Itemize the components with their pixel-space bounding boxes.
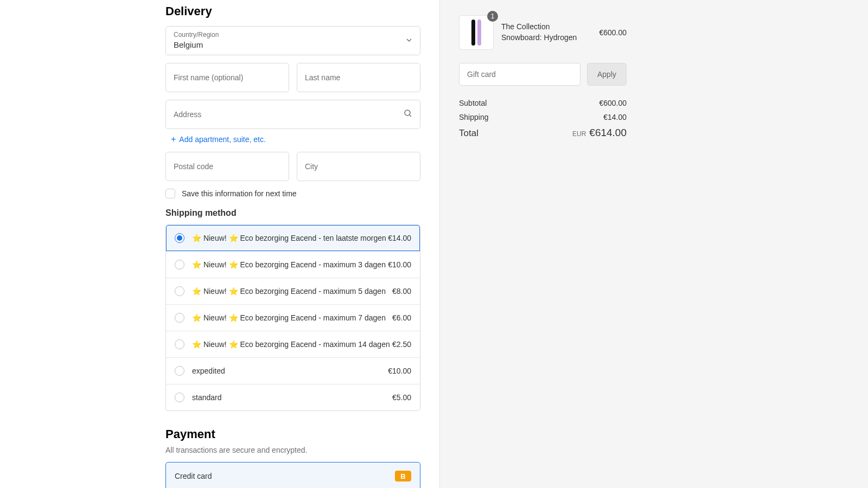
- add-apartment-link[interactable]: + Add apartment, suite, etc.: [171, 134, 420, 144]
- shipping-option[interactable]: ⭐ Nieuw! ⭐ Eco bezorging Eacend - maximu…: [166, 331, 420, 358]
- subtotal-row: Subtotal €600.00: [459, 99, 627, 107]
- address-label: Address: [174, 110, 412, 119]
- shipping-option-price: €10.00: [388, 367, 411, 375]
- radio-icon: [175, 339, 184, 349]
- shipping-option-label: ⭐ Nieuw! ⭐ Eco bezorging Eacend - maximu…: [192, 313, 392, 322]
- shipping-summary-label: Shipping: [459, 113, 489, 121]
- shipping-option-label: ⭐ Nieuw! ⭐ Eco bezorging Eacend - maximu…: [192, 340, 392, 349]
- last-name-label: Last name: [305, 73, 412, 82]
- shipping-option[interactable]: standard €5.00: [166, 384, 420, 410]
- shipping-option[interactable]: expedited €10.00: [166, 358, 420, 384]
- shipping-option-price: €8.00: [392, 287, 411, 296]
- gift-card-input[interactable]: Gift card: [459, 63, 580, 86]
- apply-button[interactable]: Apply: [587, 63, 627, 86]
- shipping-summary-value: €14.00: [603, 113, 627, 121]
- payment-credit-card[interactable]: Credit card B: [165, 462, 420, 488]
- product-thumbnail: [459, 15, 494, 50]
- payment-title: Payment: [165, 427, 420, 441]
- plus-icon: +: [171, 134, 176, 144]
- shipping-option[interactable]: ⭐ Nieuw! ⭐ Eco bezorging Eacend - maximu…: [166, 278, 420, 305]
- shipping-option[interactable]: ⭐ Nieuw! ⭐ Eco bezorging Eacend - ten la…: [166, 225, 420, 252]
- radio-icon: [175, 286, 184, 296]
- quantity-badge: 1: [487, 11, 498, 22]
- shipping-option[interactable]: ⭐ Nieuw! ⭐ Eco bezorging Eacend - maximu…: [166, 305, 420, 331]
- payment-note: All transactions are secure and encrypte…: [165, 446, 420, 454]
- delivery-title: Delivery: [165, 4, 420, 18]
- first-name-field[interactable]: First name (optional): [165, 63, 289, 92]
- shipping-option-label: standard: [192, 393, 392, 402]
- shipping-option-label: ⭐ Nieuw! ⭐ Eco bezorging Eacend - maximu…: [192, 287, 392, 296]
- shipping-option-label: ⭐ Nieuw! ⭐ Eco bezorging Eacend - ten la…: [192, 234, 388, 242]
- total-label: Total: [459, 128, 478, 139]
- svg-point-0: [405, 110, 410, 115]
- cart-item: 1 The Collection Snowboard: Hydrogen €60…: [459, 15, 627, 50]
- postal-label: Postal code: [174, 162, 281, 171]
- country-select[interactable]: Country/Region Belgium: [165, 26, 420, 55]
- radio-icon: [175, 366, 184, 376]
- shipping-option-price: €6.00: [392, 313, 411, 322]
- chevron-down-icon: [406, 36, 412, 46]
- checkbox-icon: [165, 189, 175, 198]
- shipping-option-price: €2.50: [392, 340, 411, 349]
- shipping-option-label: expedited: [192, 367, 388, 375]
- first-name-label: First name (optional): [174, 73, 281, 82]
- shipping-option-label: ⭐ Nieuw! ⭐ Eco bezorging Eacend - maximu…: [192, 260, 388, 269]
- svg-line-1: [410, 115, 411, 117]
- shipping-method-title: Shipping method: [165, 208, 420, 218]
- add-apartment-label: Add apartment, suite, etc.: [179, 135, 266, 144]
- card-brand-icon: B: [395, 471, 411, 481]
- radio-icon: [175, 233, 184, 243]
- save-info-label: Save this information for next time: [182, 189, 297, 198]
- radio-icon: [175, 260, 184, 269]
- total-currency: EUR: [572, 130, 586, 138]
- shipping-option-price: €14.00: [388, 234, 411, 242]
- country-value: Belgium: [174, 40, 412, 50]
- product-price: €600.00: [599, 28, 627, 37]
- radio-icon: [175, 313, 184, 323]
- last-name-field[interactable]: Last name: [297, 63, 420, 92]
- shipping-option-price: €5.00: [392, 393, 411, 402]
- total-value: €614.00: [589, 127, 627, 138]
- city-label: City: [305, 162, 412, 171]
- city-field[interactable]: City: [297, 152, 420, 181]
- shipping-option[interactable]: ⭐ Nieuw! ⭐ Eco bezorging Eacend - maximu…: [166, 252, 420, 278]
- shipping-row: Shipping €14.00: [459, 113, 627, 121]
- total-row: Total EUR€614.00: [459, 127, 627, 139]
- product-name: The Collection Snowboard: Hydrogen: [501, 22, 591, 43]
- country-label: Country/Region: [174, 31, 412, 38]
- postal-field[interactable]: Postal code: [165, 152, 289, 181]
- subtotal-value: €600.00: [599, 99, 627, 107]
- subtotal-label: Subtotal: [459, 99, 487, 107]
- address-field[interactable]: Address: [165, 100, 420, 129]
- radio-icon: [175, 393, 184, 402]
- shipping-options: ⭐ Nieuw! ⭐ Eco bezorging Eacend - ten la…: [165, 224, 420, 411]
- search-icon: [404, 109, 412, 120]
- shipping-option-price: €10.00: [388, 260, 411, 269]
- credit-card-label: Credit card: [175, 472, 212, 480]
- save-info-checkbox[interactable]: Save this information for next time: [165, 189, 420, 198]
